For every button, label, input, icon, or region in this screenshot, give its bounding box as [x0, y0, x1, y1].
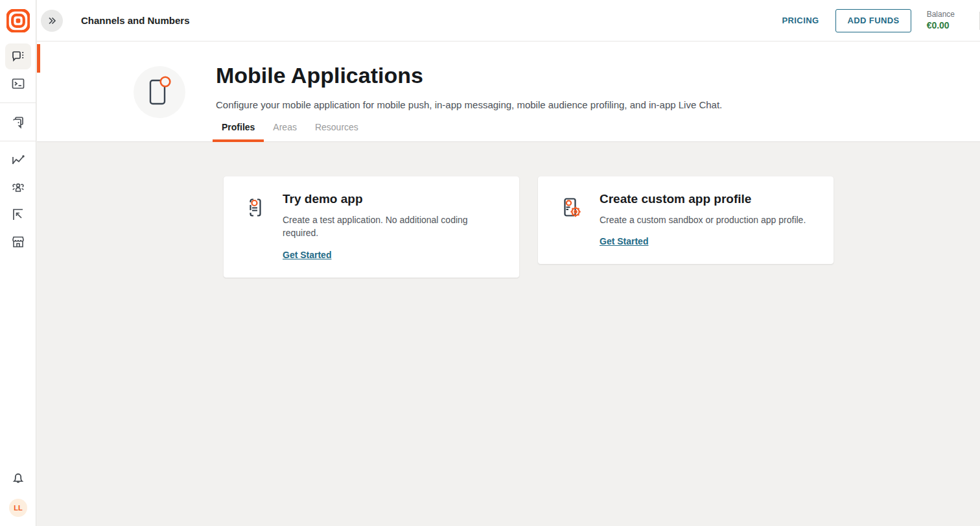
balance-value: €0.00: [927, 19, 955, 32]
get-started-link-custom[interactable]: Get Started: [600, 236, 648, 246]
sidebar-item-marketplace[interactable]: [5, 229, 31, 255]
active-nav-indicator: [37, 44, 40, 73]
terminal-icon: [10, 76, 26, 91]
sidebar-expand-button[interactable]: [41, 10, 63, 32]
tab-bar: Profiles Areas Resources: [213, 114, 368, 141]
card-text: Try demo app Create a test application. …: [283, 192, 496, 261]
sidebar-divider: [0, 141, 36, 141]
line-chart-icon: [10, 152, 26, 168]
content-area: Try demo app Create a test application. …: [37, 142, 980, 526]
sidebar-item-analytics[interactable]: [5, 147, 31, 173]
storefront-icon: [10, 234, 26, 250]
card-description: Create a test application. No additional…: [283, 213, 496, 240]
sidebar-nav: [0, 43, 36, 256]
sidebar: LL: [0, 0, 36, 526]
create-custom-app-card: Create custom app profile Create a custo…: [538, 176, 834, 264]
card-text: Create custom app profile Create a custo…: [600, 192, 806, 247]
sidebar-item-audience[interactable]: [5, 174, 31, 200]
try-demo-app-card: Try demo app Create a test application. …: [224, 176, 519, 278]
app-screen: LL Channels and Numbers PRICING ADD FUND…: [0, 0, 980, 526]
add-funds-button[interactable]: ADD FUNDS: [835, 9, 911, 32]
overlapping-chats-icon: [10, 114, 26, 130]
demo-app-icon: [248, 192, 272, 261]
bell-icon: [10, 470, 26, 486]
custom-app-gear-icon: [563, 192, 589, 247]
topbar: Channels and Numbers PRICING ADD FUNDS B…: [37, 0, 980, 42]
corner-arrow-icon: [10, 207, 26, 222]
sidebar-bottom: LL: [0, 466, 36, 517]
get-started-link-demo[interactable]: Get Started: [283, 250, 331, 260]
breadcrumb-title: Channels and Numbers: [81, 15, 190, 26]
double-chevron-right-icon: [46, 15, 58, 27]
infobip-logo[interactable]: [6, 9, 30, 32]
page-subtitle: Configure your mobile application for mo…: [216, 99, 722, 110]
sidebar-item-exchange[interactable]: [5, 202, 31, 228]
pricing-link[interactable]: PRICING: [782, 16, 819, 25]
page-header: Mobile Applications Configure your mobil…: [37, 42, 980, 142]
page-title: Mobile Applications: [216, 63, 423, 88]
sidebar-item-conversations[interactable]: [5, 109, 31, 135]
sidebar-divider: [0, 102, 36, 103]
card-title: Create custom app profile: [600, 192, 806, 206]
chat-dots-icon: [10, 49, 26, 64]
card-description: Create a custom sandbox or production ap…: [600, 213, 806, 226]
tab-resources[interactable]: Resources: [306, 114, 368, 141]
card-title: Try demo app: [283, 192, 496, 206]
tab-areas[interactable]: Areas: [264, 114, 306, 141]
people-icon: [10, 180, 26, 195]
notifications-button[interactable]: [6, 466, 30, 490]
tab-profiles[interactable]: Profiles: [213, 114, 264, 141]
mobile-phone-badge-icon: [134, 66, 185, 118]
balance-label: Balance: [927, 9, 955, 19]
user-avatar[interactable]: LL: [9, 499, 27, 517]
topbar-right: PRICING ADD FUNDS Balance €0.00: [782, 9, 980, 32]
sidebar-item-developer-tools[interactable]: [5, 71, 31, 97]
balance-block: Balance €0.00: [927, 9, 955, 32]
sidebar-item-channels[interactable]: [5, 43, 31, 69]
